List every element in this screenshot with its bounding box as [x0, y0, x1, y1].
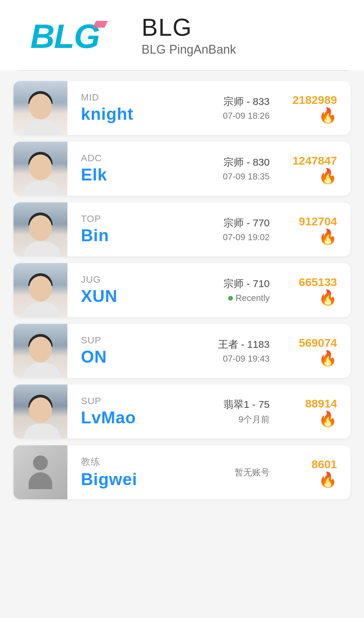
player-stats: 宗师 - 833 07-09 18:26 [195, 95, 270, 121]
player-role: JUG [81, 274, 182, 285]
score-value: 88914 [305, 397, 337, 410]
player-stats: 暂无账号 [195, 467, 270, 478]
score-container: 912704 🔥 [276, 215, 337, 244]
fire-icon: 🔥 [318, 412, 337, 426]
last-seen-text: Recently [236, 293, 270, 303]
last-seen-text: 07-09 19:02 [223, 232, 270, 243]
player-name: LvMao [81, 408, 182, 427]
player-right-bigwei: 暂无账号 8601 🔥 [195, 458, 337, 487]
team-name: BLG [142, 13, 192, 41]
rank-info: 宗师 - 770 [223, 216, 270, 230]
last-seen-text: 暂无账号 [235, 467, 270, 478]
fire-icon: 🔥 [318, 472, 337, 487]
score-value: 569074 [299, 336, 337, 349]
player-right-knight: 宗师 - 833 07-09 18:26 2182989 🔥 [195, 93, 337, 123]
player-card-xun[interactable]: JUG XUN 宗师 - 710 Recently 665133 🔥 [13, 263, 351, 317]
player-card-bin[interactable]: TOP Bin 宗师 - 770 07-09 19:02 912704 🔥 [13, 202, 351, 256]
player-right-lvmao: 翡翠1 - 75 9个月前 88914 🔥 [195, 397, 337, 426]
player-right-elk: 宗师 - 830 07-09 18:35 1247847 🔥 [195, 154, 337, 184]
svg-text:BLG: BLG [30, 18, 99, 52]
team-logo: BLG [27, 15, 121, 55]
last-seen: 9个月前 [239, 414, 270, 425]
last-seen-text: 07-09 18:35 [223, 171, 270, 182]
score-container: 2182989 🔥 [276, 93, 337, 123]
last-seen: 07-09 19:43 [223, 354, 270, 364]
player-middle-xun: JUG XUN [67, 274, 195, 306]
last-seen-text: 07-09 19:43 [223, 354, 270, 364]
player-role: SUP [81, 335, 182, 346]
fire-icon: 🔥 [318, 290, 337, 305]
player-card-lvmao[interactable]: SUP LvMao 翡翠1 - 75 9个月前 88914 🔥 [13, 385, 351, 439]
player-middle-on: SUP ON [67, 335, 195, 367]
player-middle-bin: TOP Bin [67, 214, 195, 245]
score-container: 8601 🔥 [276, 458, 337, 487]
recently-dot [228, 296, 233, 301]
player-avatar-elk [13, 142, 67, 196]
score-container: 88914 🔥 [276, 397, 337, 426]
blg-logo-svg: BLG [30, 18, 118, 52]
score-container: 569074 🔥 [276, 336, 337, 366]
last-seen: 07-09 19:02 [223, 232, 270, 243]
last-seen: 暂无账号 [235, 467, 270, 478]
player-avatar-bin [13, 202, 67, 256]
team-sponsor: BLG PingAnBank [142, 43, 236, 57]
last-seen: 07-09 18:35 [223, 171, 270, 182]
player-card-knight[interactable]: MID knight 宗师 - 833 07-09 18:26 2182989 … [13, 81, 351, 135]
player-role: TOP [81, 214, 182, 224]
rank-info: 王者 - 1183 [218, 338, 270, 352]
player-name: ON [81, 347, 182, 367]
team-info: BLG BLG PingAnBank [142, 13, 337, 57]
player-name: knight [81, 104, 182, 124]
score-value: 8601 [311, 458, 337, 471]
last-seen-text: 9个月前 [239, 414, 270, 425]
player-name: XUN [81, 286, 182, 306]
player-avatar-bigwei [13, 445, 67, 499]
rank-info: 宗师 - 833 [223, 95, 270, 109]
player-name: Bin [81, 226, 182, 245]
player-avatar-lvmao [13, 385, 67, 439]
player-right-on: 王者 - 1183 07-09 19:43 569074 🔥 [195, 336, 337, 366]
last-seen-text: 07-09 18:26 [223, 111, 270, 121]
player-middle-knight: MID knight [67, 92, 195, 124]
player-role: 教练 [81, 455, 182, 468]
player-card-bigwei[interactable]: 教练 Bigwei 暂无账号 8601 🔥 [13, 445, 351, 499]
player-right-xun: 宗师 - 710 Recently 665133 🔥 [195, 276, 337, 305]
fire-icon: 🔥 [318, 108, 337, 123]
player-avatar-on [13, 324, 67, 378]
team-header: BLG BLG BLG PingAnBank [0, 0, 364, 70]
players-list: MID knight 宗师 - 833 07-09 18:26 2182989 … [0, 71, 364, 509]
player-name: Elk [81, 165, 182, 185]
player-middle-elk: ADC Elk [67, 153, 195, 185]
player-stats: 翡翠1 - 75 9个月前 [195, 398, 270, 425]
player-right-bin: 宗师 - 770 07-09 19:02 912704 🔥 [195, 215, 337, 244]
player-name: Bigwei [81, 470, 182, 489]
player-role: MID [81, 92, 182, 103]
score-value: 665133 [299, 276, 337, 289]
player-avatar-xun [13, 263, 67, 317]
rank-info: 翡翠1 - 75 [223, 398, 270, 412]
score-container: 1247847 🔥 [276, 154, 337, 184]
player-middle-bigwei: 教练 Bigwei [67, 455, 195, 489]
player-role: SUP [81, 396, 182, 406]
player-stats: 宗师 - 830 07-09 18:35 [195, 156, 270, 182]
fire-icon: 🔥 [318, 169, 337, 184]
last-seen: 07-09 18:26 [223, 111, 270, 121]
score-value: 912704 [299, 215, 337, 228]
score-value: 2182989 [293, 93, 337, 107]
fire-icon: 🔥 [318, 351, 337, 366]
rank-info: 宗师 - 830 [223, 156, 270, 169]
player-stats: 王者 - 1183 07-09 19:43 [195, 338, 270, 364]
score-value: 1247847 [293, 154, 337, 167]
score-container: 665133 🔥 [276, 276, 337, 305]
player-card-on[interactable]: SUP ON 王者 - 1183 07-09 19:43 569074 🔥 [13, 324, 351, 378]
player-card-elk[interactable]: ADC Elk 宗师 - 830 07-09 18:35 1247847 🔥 [13, 142, 351, 196]
fire-icon: 🔥 [318, 229, 337, 244]
player-avatar-knight [13, 81, 67, 135]
rank-info: 宗师 - 710 [223, 277, 270, 291]
player-stats: 宗师 - 710 Recently [195, 277, 270, 303]
player-stats: 宗师 - 770 07-09 19:02 [195, 216, 270, 243]
player-role: ADC [81, 153, 182, 164]
last-seen: Recently [228, 293, 270, 303]
player-middle-lvmao: SUP LvMao [67, 396, 195, 427]
